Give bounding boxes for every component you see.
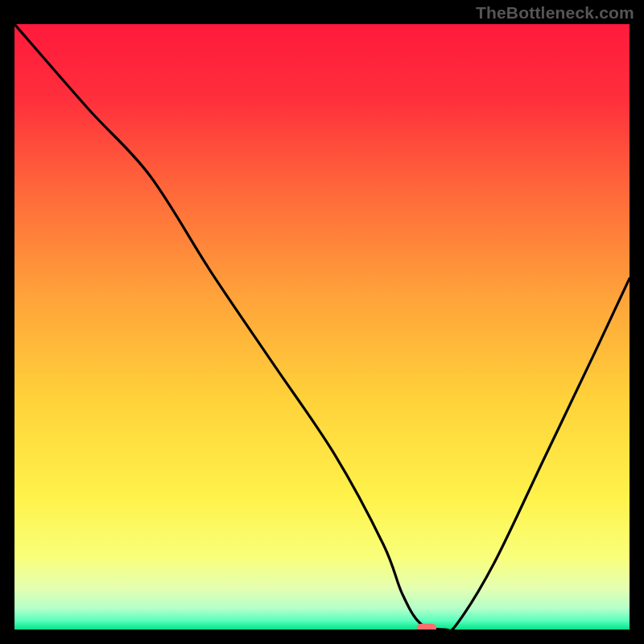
chart-frame: TheBottleneck.com [0,0,644,644]
plot-area [14,24,630,630]
watermark-text: TheBottleneck.com [476,3,634,23]
target-marker [417,624,436,630]
bottleneck-chart [14,24,630,630]
gradient-background [14,24,630,630]
markers-layer [417,624,436,630]
